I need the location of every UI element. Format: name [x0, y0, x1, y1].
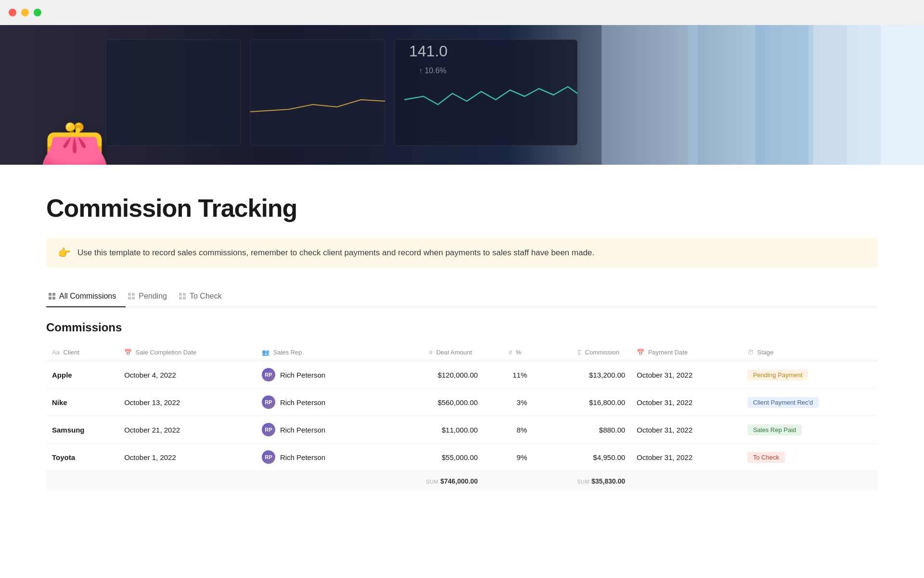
cell-sales-rep: RPRich Peterson [256, 389, 379, 416]
col-icon-people: 👥 [262, 349, 270, 356]
svg-rect-22 [183, 297, 186, 300]
col-icon-calendar: 📅 [124, 349, 132, 356]
cell-payment-date: October 31, 2022 [631, 361, 742, 389]
close-button[interactable] [9, 9, 16, 16]
tab-all-commissions[interactable]: All Commissions [46, 287, 126, 307]
svg-rect-21 [179, 297, 182, 300]
sum-empty-7 [742, 471, 878, 491]
pointer-icon: 👉 [58, 247, 71, 259]
cell-commission: $880.00 [533, 416, 631, 444]
tab-all-commissions-label: All Commissions [59, 292, 116, 301]
sum-empty-1 [118, 471, 256, 491]
svg-rect-17 [128, 297, 131, 300]
cell-sale-date: October 4, 2022 [118, 361, 256, 389]
titlebar [0, 0, 924, 25]
col-icon-sigma: Σ [578, 349, 581, 356]
cell-pct: 3% [484, 389, 533, 416]
tab-to-check-label: To Check [190, 292, 222, 301]
cell-sale-date: October 13, 2022 [118, 389, 256, 416]
table-row[interactable]: AppleOctober 4, 2022RPRich Peterson$120,… [46, 361, 878, 389]
sum-empty-6 [631, 471, 742, 491]
svg-rect-7 [756, 25, 813, 165]
tab-to-check[interactable]: To Check [177, 287, 231, 307]
main-content: Commission Tracking 👉 Use this template … [0, 165, 924, 529]
svg-rect-5 [602, 25, 698, 165]
svg-text:↑ 10.6%: ↑ 10.6% [419, 66, 447, 75]
svg-rect-9 [847, 25, 886, 165]
info-banner: 👉 Use this template to record sales comm… [46, 238, 878, 268]
svg-rect-10 [881, 25, 924, 165]
svg-rect-11 [49, 293, 51, 296]
tabs-container: All Commissions Pending To Check [46, 287, 878, 307]
avatar: RP [262, 368, 275, 381]
page-title: Commission Tracking [46, 194, 878, 223]
svg-rect-0 [106, 39, 241, 145]
cell-stage: Client Payment Rec'd [742, 389, 878, 416]
status-badge: Pending Payment [747, 369, 808, 381]
avatar: RP [262, 395, 275, 409]
cell-deal-amount: $55,000.00 [379, 444, 484, 471]
col-icon-cal2: 📅 [637, 349, 644, 356]
avatar: RP [262, 423, 275, 436]
sum-deal-value: $746,000.00 [440, 477, 478, 485]
table-icon [48, 292, 56, 300]
minimize-button[interactable] [21, 9, 29, 16]
table-header-row: Aa Client 📅 Sale Completion Date 👥 Sales… [46, 344, 878, 361]
svg-rect-15 [128, 293, 131, 296]
info-text: Use this template to record sales commis… [77, 247, 594, 259]
status-badge: Sales Rep Paid [747, 424, 802, 435]
cell-deal-amount: $11,000.00 [379, 416, 484, 444]
svg-rect-6 [688, 25, 765, 165]
svg-rect-14 [52, 297, 55, 300]
cell-pct: 8% [484, 416, 533, 444]
cell-pct: 9% [484, 444, 533, 471]
svg-rect-20 [183, 293, 186, 296]
table-icon-pending [128, 292, 135, 300]
table-row[interactable]: SamsungOctober 21, 2022RPRich Peterson$1… [46, 416, 878, 444]
cell-sales-rep: RPRich Peterson [256, 416, 379, 444]
sum-empty-4 [484, 471, 533, 491]
table-row[interactable]: ToyotaOctober 1, 2022RPRich Peterson$55,… [46, 444, 878, 471]
col-icon-aa: Aa [52, 349, 60, 356]
col-commission: Σ Commission [533, 344, 631, 361]
sum-empty-0 [46, 471, 118, 491]
cell-sale-date: October 1, 2022 [118, 444, 256, 471]
cell-stage: Pending Payment [742, 361, 878, 389]
cell-payment-date: October 31, 2022 [631, 389, 742, 416]
col-deal-amount: # Deal Amount [379, 344, 484, 361]
status-badge: Client Payment Rec'd [747, 397, 819, 408]
cell-deal-amount: $560,000.00 [379, 389, 484, 416]
sum-row: SUM$746,000.00SUM$35,830.00 [46, 471, 878, 491]
sum-commission-value: $35,830.00 [591, 477, 625, 485]
col-sale-date: 📅 Sale Completion Date [118, 344, 256, 361]
tab-pending-label: Pending [139, 292, 167, 301]
cell-sales-rep: RPRich Peterson [256, 444, 379, 471]
col-sales-rep: 👥 Sales Rep. [256, 344, 379, 361]
col-icon-hash: # [429, 349, 433, 356]
cell-stage: Sales Rep Paid [742, 416, 878, 444]
avatar: RP [262, 450, 275, 464]
sum-deal: SUM$746,000.00 [379, 471, 484, 491]
cell-commission: $13,200.00 [533, 361, 631, 389]
hero-banner: 141.0 ↑ 10.6% 👛 [0, 25, 924, 165]
cell-pct: 11% [484, 361, 533, 389]
tab-pending[interactable]: Pending [126, 287, 177, 307]
svg-rect-19 [179, 293, 182, 296]
cell-sale-date: October 21, 2022 [118, 416, 256, 444]
section-title: Commissions [46, 321, 878, 334]
col-stage: ⏱ Stage [742, 344, 878, 361]
table-row[interactable]: NikeOctober 13, 2022RPRich Peterson$560,… [46, 389, 878, 416]
cell-sales-rep: RPRich Peterson [256, 361, 379, 389]
col-pct: # % [484, 344, 533, 361]
commission-table: Aa Client 📅 Sale Completion Date 👥 Sales… [46, 344, 878, 491]
maximize-button[interactable] [34, 9, 41, 16]
cell-client: Toyota [46, 444, 118, 471]
cell-client: Apple [46, 361, 118, 389]
cell-stage: To Check [742, 444, 878, 471]
sum-empty-2 [256, 471, 379, 491]
svg-rect-13 [49, 297, 51, 300]
cell-payment-date: October 31, 2022 [631, 444, 742, 471]
cell-payment-date: October 31, 2022 [631, 416, 742, 444]
sum-deal-label: SUM [426, 479, 438, 485]
svg-rect-1 [250, 39, 385, 145]
